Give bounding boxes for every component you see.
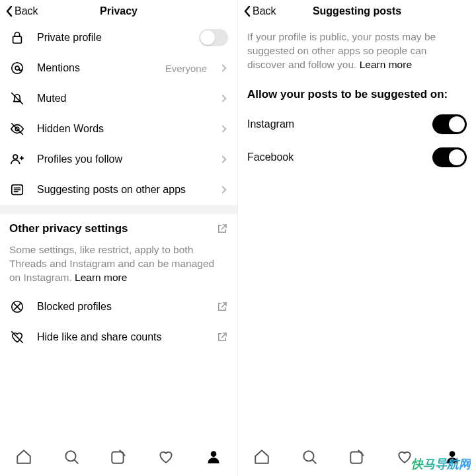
toggle-label: Facebook — [247, 151, 432, 163]
chevron-right-icon — [219, 155, 226, 163]
tab-bar-right — [238, 438, 476, 476]
instagram-toggle[interactable] — [432, 114, 467, 134]
svg-point-9 — [211, 451, 217, 457]
toggle-label: Instagram — [247, 118, 432, 130]
row-label: Muted — [37, 93, 208, 104]
row-muted[interactable]: Muted — [0, 83, 237, 114]
nav-home-icon[interactable] — [253, 448, 270, 465]
row-label: Hidden Words — [37, 123, 208, 135]
section-divider — [0, 205, 237, 214]
other-heading-label: Other privacy settings — [9, 222, 128, 235]
page-title-right: Suggesting posts — [313, 5, 401, 17]
right-header: Back Suggesting posts — [238, 0, 476, 22]
heart-off-icon — [9, 329, 25, 345]
nav-home-icon[interactable] — [15, 448, 32, 465]
suggesting-intro: If your profile is public, your posts ma… — [238, 22, 476, 83]
page-title-left: Privacy — [100, 5, 138, 17]
private-profile-toggle[interactable] — [199, 29, 228, 46]
chevron-right-icon — [219, 125, 226, 132]
external-link-icon — [216, 223, 228, 235]
svg-rect-8 — [112, 452, 124, 463]
row-hidden-words[interactable]: Hidden Words — [0, 114, 237, 144]
other-privacy-heading[interactable]: Other privacy settings — [0, 214, 237, 243]
chevron-right-icon — [219, 95, 226, 102]
external-link-icon — [216, 331, 228, 343]
svg-point-12 — [450, 451, 456, 457]
nav-profile-icon[interactable] — [205, 448, 222, 465]
nav-compose-icon[interactable] — [348, 448, 366, 465]
back-button-left[interactable]: Back — [5, 5, 38, 17]
nav-activity-icon[interactable] — [396, 448, 413, 465]
row-label: Hide like and share counts — [37, 331, 204, 343]
nav-compose-icon[interactable] — [110, 448, 127, 465]
row-suggesting-posts[interactable]: Suggesting posts on other apps — [0, 175, 237, 205]
back-label-left: Back — [15, 5, 38, 17]
row-hide-like-counts[interactable]: Hide like and share counts — [0, 322, 237, 352]
toggle-row-facebook: Facebook — [238, 141, 476, 174]
row-label: Profiles you follow — [37, 153, 208, 165]
facebook-toggle[interactable] — [432, 147, 467, 167]
back-label-right: Back — [253, 5, 276, 17]
row-label: Blocked profiles — [37, 301, 204, 313]
svg-rect-0 — [13, 36, 22, 43]
block-icon — [9, 299, 25, 315]
tab-bar-left — [0, 438, 237, 476]
svg-point-4 — [13, 155, 17, 159]
nav-profile-icon[interactable] — [444, 448, 461, 465]
row-value: Everyone — [165, 63, 207, 74]
nav-activity-icon[interactable] — [157, 448, 175, 465]
list-icon — [9, 182, 25, 198]
svg-point-1 — [12, 63, 23, 74]
row-blocked-profiles[interactable]: Blocked profiles — [0, 292, 237, 322]
privacy-list: Private profile Mentions Everyone Muted … — [0, 22, 237, 476]
back-button-right[interactable]: Back — [243, 5, 276, 17]
row-profiles-you-follow[interactable]: Profiles you follow — [0, 144, 237, 175]
eye-off-icon — [9, 121, 25, 137]
row-mentions[interactable]: Mentions Everyone — [0, 53, 237, 83]
bell-off-icon — [9, 91, 25, 106]
row-private-profile[interactable]: Private profile — [0, 22, 237, 53]
row-label: Private profile — [37, 32, 187, 44]
row-label: Suggesting posts on other apps — [37, 184, 208, 196]
suggesting-pane: Back Suggesting posts If your profile is… — [238, 0, 476, 476]
at-icon — [9, 60, 25, 76]
chevron-right-icon — [219, 64, 226, 71]
chevron-left-icon — [243, 5, 251, 17]
external-link-icon — [216, 301, 228, 313]
row-label: Mentions — [37, 62, 153, 74]
left-header: Back Privacy — [0, 0, 237, 22]
toggle-row-instagram: Instagram — [238, 108, 476, 141]
svg-rect-11 — [350, 452, 362, 463]
svg-point-2 — [15, 66, 19, 70]
nav-search-icon[interactable] — [301, 448, 318, 465]
lock-icon — [9, 30, 25, 46]
chevron-left-icon — [5, 5, 13, 17]
learn-more-link[interactable]: Learn more — [75, 272, 127, 283]
nav-search-icon[interactable] — [63, 448, 80, 465]
allow-title: Allow your posts to be suggested on: — [238, 83, 476, 108]
people-icon — [9, 151, 25, 167]
learn-more-link[interactable]: Learn more — [360, 59, 412, 70]
other-privacy-text: Some settings, like restrict, apply to b… — [0, 243, 237, 292]
privacy-pane: Back Privacy Private profile Mentions Ev… — [0, 0, 238, 476]
chevron-right-icon — [219, 186, 226, 193]
